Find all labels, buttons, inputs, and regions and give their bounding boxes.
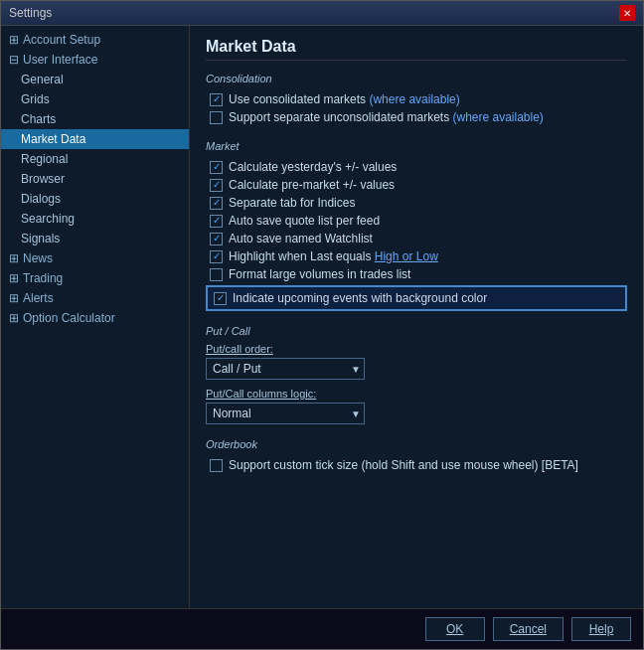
sidebar-item-browser[interactable]: Browser xyxy=(1,169,189,189)
help-button[interactable]: Help xyxy=(571,617,631,641)
sidebar-item-regional[interactable]: Regional xyxy=(1,149,189,169)
sidebar-group-trading[interactable]: ⊞ Trading xyxy=(1,268,189,288)
support-custom-tick-row: Support custom tick size (hold Shift and… xyxy=(206,456,627,474)
calc-premarket-checkbox[interactable] xyxy=(210,179,223,192)
put-call-order-select[interactable]: Call / Put Put / Call xyxy=(206,358,365,380)
page-title: Market Data xyxy=(206,38,627,61)
use-consolidated-label: Use consolidated markets (where availabl… xyxy=(229,92,460,106)
put-call-columns-row: Put/Call columns logic: Normal Inverse S… xyxy=(206,388,627,424)
put-call-order-wrap: Call / Put Put / Call ▼ xyxy=(206,358,365,380)
put-call-columns-wrap: Normal Inverse Split ▼ xyxy=(206,403,365,424)
sidebar-group-label: News xyxy=(23,251,53,265)
sidebar-item-signals[interactable]: Signals xyxy=(1,229,189,248)
auto-save-quote-label: Auto save quote list per feed xyxy=(229,214,380,228)
consolidation-label: Consolidation xyxy=(206,73,627,84)
title-bar: Settings ✕ xyxy=(1,1,643,26)
put-call-label: Put / Call xyxy=(206,325,627,337)
indicate-events-checkbox[interactable] xyxy=(214,292,227,305)
calc-premarket-label: Calculate pre-market +/- values xyxy=(229,178,395,192)
cancel-button[interactable]: Cancel xyxy=(493,617,564,641)
dialog-footer: OK Cancel Help xyxy=(1,608,643,649)
indicate-events-row: Indicate upcoming events with background… xyxy=(206,285,627,311)
sidebar-group-label: User Interface xyxy=(23,53,97,67)
settings-dialog: Settings ✕ ⊞ Account Setup ⊟ User Interf… xyxy=(0,0,644,650)
support-custom-tick-label: Support custom tick size (hold Shift and… xyxy=(229,458,578,472)
put-call-columns-select[interactable]: Normal Inverse Split xyxy=(206,403,365,424)
market-label: Market xyxy=(206,140,627,152)
sidebar-item-searching[interactable]: Searching xyxy=(1,209,189,229)
auto-save-quote-checkbox[interactable] xyxy=(210,215,223,228)
separate-tab-label: Separate tab for Indices xyxy=(229,196,355,210)
support-separate-row: Support separate unconsolidated markets … xyxy=(206,108,627,126)
indicate-events-label: Indicate upcoming events with background… xyxy=(233,291,487,305)
plus-icon: ⊞ xyxy=(9,251,19,265)
calc-premarket-row: Calculate pre-market +/- values xyxy=(206,176,627,194)
main-panel: Market Data Consolidation Use consolidat… xyxy=(190,26,643,608)
put-call-order-row: Put/call order: Call / Put Put / Call ▼ xyxy=(206,343,627,380)
put-call-order-label: Put/call order: xyxy=(206,343,627,355)
sidebar-group-news[interactable]: ⊞ News xyxy=(1,248,189,268)
plus-icon: ⊞ xyxy=(9,291,19,305)
format-large-row: Format large volumes in trades list xyxy=(206,265,627,283)
orderbook-label: Orderbook xyxy=(206,438,627,450)
close-button[interactable]: ✕ xyxy=(619,5,635,21)
calc-yesterday-checkbox[interactable] xyxy=(210,161,223,174)
auto-save-watchlist-checkbox[interactable] xyxy=(210,233,223,245)
auto-save-quote-row: Auto save quote list per feed xyxy=(206,212,627,230)
sidebar-group-label: Account Setup xyxy=(23,33,100,47)
sidebar-group-label: Trading xyxy=(23,271,63,285)
consolidation-section: Consolidation Use consolidated markets (… xyxy=(206,73,627,126)
format-large-checkbox[interactable] xyxy=(210,268,223,281)
orderbook-section: Orderbook Support custom tick size (hold… xyxy=(206,438,627,474)
market-section: Market Calculate yesterday's +/- values … xyxy=(206,140,627,311)
highlight-last-checkbox[interactable] xyxy=(210,250,223,263)
dialog-title: Settings xyxy=(9,6,52,20)
put-call-section: Put / Call Put/call order: Call / Put Pu… xyxy=(206,325,627,424)
separate-tab-row: Separate tab for Indices xyxy=(206,194,627,212)
plus-icon: ⊞ xyxy=(9,271,19,285)
sidebar-item-market-data[interactable]: Market Data xyxy=(1,129,189,149)
sidebar-group-label: Alerts xyxy=(23,291,54,305)
support-separate-checkbox[interactable] xyxy=(210,111,223,124)
put-call-columns-label: Put/Call columns logic: xyxy=(206,388,627,400)
auto-save-watchlist-row: Auto save named Watchlist xyxy=(206,230,627,247)
minus-icon: ⊟ xyxy=(9,53,19,67)
calc-yesterday-row: Calculate yesterday's +/- values xyxy=(206,158,627,176)
highlight-last-row: Highlight when Last equals High or Low xyxy=(206,247,627,265)
sidebar-item-general[interactable]: General xyxy=(1,70,189,89)
sidebar-item-grids[interactable]: Grids xyxy=(1,89,189,109)
sidebar-item-charts[interactable]: Charts xyxy=(1,109,189,129)
sidebar-group-user-interface[interactable]: ⊟ User Interface xyxy=(1,50,189,70)
sidebar-group-account-setup[interactable]: ⊞ Account Setup xyxy=(1,30,189,50)
highlight-last-label: Highlight when Last equals High or Low xyxy=(229,249,438,263)
use-consolidated-row: Use consolidated markets (where availabl… xyxy=(206,90,627,108)
ok-button[interactable]: OK xyxy=(425,617,485,641)
use-consolidated-checkbox[interactable] xyxy=(210,93,223,106)
plus-icon: ⊞ xyxy=(9,311,19,325)
support-separate-label: Support separate unconsolidated markets … xyxy=(229,110,544,124)
separate-tab-checkbox[interactable] xyxy=(210,197,223,210)
sidebar: ⊞ Account Setup ⊟ User Interface General… xyxy=(1,26,190,608)
sidebar-group-alerts[interactable]: ⊞ Alerts xyxy=(1,288,189,308)
plus-icon: ⊞ xyxy=(9,33,19,47)
auto-save-watchlist-label: Auto save named Watchlist xyxy=(229,232,373,245)
support-custom-tick-checkbox[interactable] xyxy=(210,459,223,472)
calc-yesterday-label: Calculate yesterday's +/- values xyxy=(229,160,397,174)
sidebar-item-dialogs[interactable]: Dialogs xyxy=(1,189,189,209)
sidebar-group-option-calculator[interactable]: ⊞ Option Calculator xyxy=(1,308,189,328)
format-large-label: Format large volumes in trades list xyxy=(229,267,410,281)
sidebar-group-label: Option Calculator xyxy=(23,311,115,325)
dialog-content: ⊞ Account Setup ⊟ User Interface General… xyxy=(1,26,643,608)
